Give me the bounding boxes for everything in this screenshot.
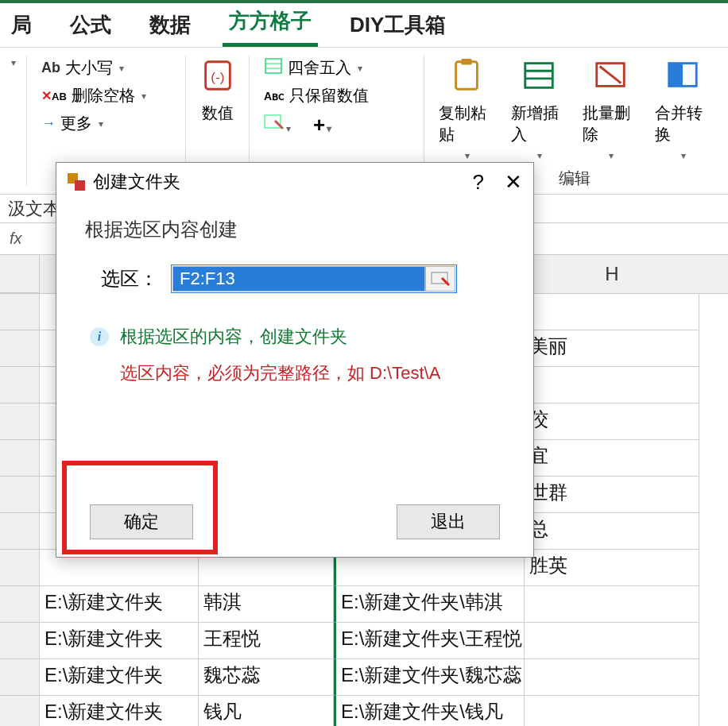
svg-rect-2 bbox=[265, 59, 281, 73]
cell[interactable] bbox=[525, 367, 699, 404]
svg-rect-7 bbox=[462, 59, 472, 65]
remove-icon: ✕AB bbox=[41, 87, 67, 104]
dropdown-unknown[interactable]: ▾ bbox=[6, 56, 23, 70]
more-button[interactable]: → 更多 ▾ bbox=[38, 111, 174, 136]
delete-label: 批量删除 bbox=[583, 102, 639, 145]
selection-input[interactable] bbox=[172, 266, 425, 292]
section-title: 根据选区内容创建 bbox=[85, 217, 505, 242]
chevron-down-icon: ▾ bbox=[99, 118, 103, 129]
batch-delete-button[interactable]: 批量删除 ▾ bbox=[579, 56, 642, 163]
tab-diy[interactable]: DIY工具箱 bbox=[343, 11, 452, 47]
tab-formula[interactable]: 公式 bbox=[64, 11, 118, 47]
cell[interactable] bbox=[525, 294, 699, 330]
cell[interactable]: E:\新建文件夹\王程悦 bbox=[334, 623, 525, 659]
svg-rect-5 bbox=[265, 115, 281, 128]
tab-layout[interactable]: 局 bbox=[5, 11, 38, 47]
number-label: 数值 bbox=[202, 102, 234, 124]
cell[interactable]: 王程悦 bbox=[199, 623, 334, 659]
keep-numbers-button[interactable]: Aʙᴄ 只保留数值 bbox=[261, 83, 412, 108]
exit-button[interactable]: 退出 bbox=[397, 504, 500, 539]
chevron-down-icon: ▾ bbox=[465, 150, 470, 161]
col-header-h[interactable]: H bbox=[525, 255, 699, 293]
abc-icon: Aʙᴄ bbox=[264, 90, 285, 102]
ok-button[interactable]: 确定 bbox=[90, 504, 193, 539]
case-convert-label: 大小写 bbox=[65, 57, 113, 79]
ribbon-tabs: 局 公式 数据 方方格子 DIY工具箱 bbox=[0, 3, 728, 48]
cell[interactable] bbox=[525, 696, 699, 726]
insert-button[interactable]: 新增插入 ▾ bbox=[508, 56, 571, 163]
app-icon bbox=[68, 173, 85, 191]
chevron-down-icon: ▾ bbox=[609, 150, 614, 161]
cell[interactable] bbox=[525, 659, 699, 696]
table-insert-icon bbox=[521, 57, 557, 98]
range-picker-icon bbox=[431, 272, 450, 286]
copy-paste-button[interactable]: 复制粘贴 ▾ bbox=[436, 56, 498, 163]
cell[interactable]: E:\新建文件夹\魏芯蕊 bbox=[334, 659, 525, 696]
plus-icon[interactable]: +▾ bbox=[313, 113, 331, 137]
svg-text:(-): (-) bbox=[211, 69, 224, 85]
round-label: 四舍五入 bbox=[288, 57, 351, 79]
cell[interactable]: 美丽 bbox=[525, 330, 699, 367]
arrow-right-icon: → bbox=[41, 115, 56, 132]
selection-label: 选区： bbox=[101, 266, 158, 292]
table-row: E:\新建文件夹韩淇E:\新建文件夹\韩淇 bbox=[0, 586, 728, 623]
table-row: E:\新建文件夹魏芯蕊E:\新建文件夹\魏芯蕊 bbox=[0, 659, 728, 696]
case-convert-button[interactable]: Ab 大小写 ▾ bbox=[38, 56, 174, 80]
table-row: E:\新建文件夹王程悦E:\新建文件夹\王程悦 bbox=[0, 623, 728, 659]
create-folder-dialog: 创建文件夹 ? ✕ 根据选区内容创建 选区： i 根据选区的内容，创建文件夹 选… bbox=[56, 162, 534, 558]
cell[interactable]: 总 bbox=[525, 513, 699, 550]
tab-ffgz[interactable]: 方方格子 bbox=[223, 7, 318, 47]
number-icon: (-) bbox=[199, 57, 236, 98]
grid-icon bbox=[264, 57, 283, 79]
keep-numbers-label: 只保留数值 bbox=[289, 85, 369, 106]
fx-icon: fx bbox=[10, 230, 22, 248]
svg-rect-14 bbox=[669, 64, 683, 87]
table-row: E:\新建文件夹钱凡E:\新建文件夹\钱凡 bbox=[0, 696, 728, 726]
number-button[interactable]: (-) 数值 bbox=[197, 56, 238, 126]
chevron-down-icon: ▾ bbox=[119, 63, 124, 74]
cell[interactable]: 胜英 bbox=[525, 550, 699, 586]
merge-convert-button[interactable]: 合并转换 ▾ bbox=[652, 56, 714, 163]
merge-icon bbox=[664, 57, 701, 98]
cell[interactable]: E:\新建文件夹 bbox=[40, 696, 199, 726]
info-icon: i bbox=[90, 327, 109, 346]
cell[interactable]: 佼 bbox=[525, 404, 699, 440]
tab-data[interactable]: 数据 bbox=[143, 11, 197, 47]
merge-label: 合并转换 bbox=[655, 102, 711, 145]
svg-rect-6 bbox=[456, 62, 478, 90]
cell[interactable]: 魏芯蕊 bbox=[199, 659, 334, 696]
cell[interactable]: 宜 bbox=[525, 440, 699, 477]
chevron-down-icon: ▾ bbox=[141, 91, 146, 102]
remove-spaces-label: 删除空格 bbox=[72, 85, 135, 106]
chevron-down-icon: ▾ bbox=[537, 150, 542, 161]
cell[interactable] bbox=[525, 623, 699, 659]
cell[interactable]: E:\新建文件夹 bbox=[40, 623, 199, 659]
cell[interactable]: 世群 bbox=[525, 477, 699, 513]
insert-label: 新增插入 bbox=[511, 102, 567, 145]
cell[interactable]: 钱凡 bbox=[199, 696, 334, 726]
cell[interactable]: E:\新建文件夹\韩淇 bbox=[334, 586, 525, 623]
copy-paste-label: 复制粘贴 bbox=[439, 102, 495, 145]
cell[interactable]: 韩淇 bbox=[199, 586, 334, 623]
dialog-title: 创建文件夹 bbox=[93, 170, 180, 194]
more-label: 更多 bbox=[60, 113, 92, 134]
warn-text: 选区内容，必须为完整路径，如 D:\Test\A bbox=[120, 361, 505, 385]
svg-rect-8 bbox=[525, 64, 553, 88]
cell[interactable]: E:\新建文件夹 bbox=[40, 586, 199, 623]
cell[interactable] bbox=[525, 586, 699, 623]
text-icon: Ab bbox=[41, 60, 60, 76]
cell-edit-icon[interactable]: ▾ bbox=[264, 114, 291, 136]
delete-icon bbox=[592, 57, 629, 98]
remove-spaces-button[interactable]: ✕AB 删除空格 ▾ bbox=[38, 83, 174, 108]
svg-line-12 bbox=[600, 67, 622, 83]
help-button[interactable]: ? bbox=[473, 170, 484, 195]
info-text: 根据选区的内容，创建文件夹 bbox=[120, 325, 347, 349]
range-picker-button[interactable] bbox=[425, 266, 455, 292]
chevron-down-icon: ▾ bbox=[681, 150, 686, 161]
clipboard-icon bbox=[448, 57, 485, 98]
close-button[interactable]: ✕ bbox=[505, 170, 522, 195]
cell[interactable]: E:\新建文件夹\钱凡 bbox=[334, 696, 525, 726]
cell[interactable]: E:\新建文件夹 bbox=[40, 659, 199, 696]
round-button[interactable]: 四舍五入 ▾ bbox=[261, 56, 412, 80]
chevron-down-icon: ▾ bbox=[358, 63, 362, 74]
